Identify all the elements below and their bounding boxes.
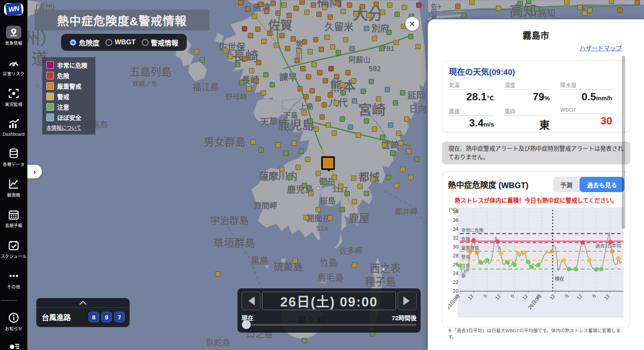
sidebar-item-Dashboard[interactable]: Dashboard <box>1 118 27 137</box>
legend-item: 厳重警戒 <box>46 82 91 90</box>
typhoon-label: 台風進路 <box>42 312 71 322</box>
legend-swatch <box>46 114 54 121</box>
legend-swatch <box>46 103 54 111</box>
mode-radio-label: WBGT <box>115 38 136 46</box>
mode-radio-警戒情報[interactable]: 警戒情報 <box>142 37 178 48</box>
sidebar-item-label: 気象情報 <box>5 40 22 46</box>
metric-value: 東 <box>504 117 549 132</box>
sidebar-item-label: 各種データ <box>3 161 25 167</box>
panel-expander-button[interactable]: › <box>27 165 42 178</box>
mode-radio-label: 警戒情報 <box>151 37 178 48</box>
wbgt-view-toggle: 予測過去も見る <box>553 177 624 192</box>
time-slider-panel: 26日(土) 09:00 現在 72時間後 <box>237 288 421 333</box>
sidebar-item-災害リスク[interactable]: 災害リスク <box>1 56 27 77</box>
sidebar-item-スケジュール[interactable]: スケジュール <box>1 239 27 259</box>
page-title: 熱中症危険度&警戒情報 <box>35 10 209 31</box>
radio-icon <box>142 39 149 46</box>
pin-icon <box>6 26 21 39</box>
monitor-icon <box>6 87 21 100</box>
time-slider-handle[interactable] <box>242 320 251 329</box>
svg-text:32: 32 <box>453 235 458 241</box>
wn-logo-mark: WN <box>5 2 22 17</box>
app-window: (済州)州）道五島列島嵯峨ノ島福江島佐世保長崎長崎野母崎諫早唐津佐賀久留米筑後川… <box>0 0 644 350</box>
legend-info-link[interactable]: 本情報について <box>46 125 81 131</box>
wbgt-toggle-過去も見る[interactable]: 過去も見る <box>580 177 624 192</box>
weather-metric-気温: 気温28.1℃ <box>449 81 494 103</box>
typhoon-number-badge[interactable]: 7 <box>114 312 125 322</box>
sidebar-item-label: Dashboard <box>3 132 25 137</box>
selected-station-marker[interactable] <box>321 156 335 170</box>
legend-label: 厳重警戒 <box>57 82 81 90</box>
legend-item: 非常に危険 <box>46 61 91 69</box>
legend-swatch <box>46 61 54 69</box>
sidebar-item-label: その他 <box>7 284 20 290</box>
metric-unit: m/s <box>484 121 494 128</box>
radio-icon <box>70 39 76 46</box>
current-weather-card: 現在の天気(09:40) 気温28.1℃湿度79%降水量0.5mm/h風速3.4… <box>442 60 630 132</box>
svg-text:非常に危険: 非常に危険 <box>461 228 483 233</box>
legend-item: 警戒 <box>46 92 91 101</box>
legend-item: 注意 <box>46 103 91 111</box>
city-title: 霧島市 <box>428 28 644 41</box>
panel-close-button[interactable]: ✕ <box>405 17 419 31</box>
svg-text:過去3日平均: 過去3日平均 <box>595 244 621 249</box>
metric-unit: ℃ <box>487 95 494 101</box>
gauge-icon <box>6 56 21 69</box>
weather-metric-風速: 風速3.4m/s <box>449 107 494 132</box>
mode-radio-WBGT[interactable]: WBGT <box>105 38 136 46</box>
legend-item: 危険 <box>46 71 91 80</box>
info-icon <box>6 311 21 324</box>
sidebar-item-label: 災害リスク <box>3 70 25 77</box>
left-arrow-icon <box>244 296 255 305</box>
right-arrow-icon <box>403 296 414 305</box>
sidebar-divider <box>1 300 17 301</box>
svg-text:20: 20 <box>453 288 458 294</box>
weather-metric-降水量: 降水量0.5mm/h <box>560 81 612 103</box>
legend-label: ほぼ安全 <box>57 113 81 122</box>
panel-scrollbar[interactable] <box>622 56 625 229</box>
sidebar-item-label: お知らせ <box>5 325 22 331</box>
mode-radio-label: 危険度 <box>79 37 99 48</box>
sidebar-item-長期予報[interactable]: 長期予報 <box>1 208 27 228</box>
typhoon-collapse-button[interactable] <box>36 298 130 308</box>
database-icon <box>6 147 21 160</box>
sidebar-item-観測機[interactable]: 観測機 <box>1 178 27 198</box>
time-slider-track[interactable] <box>242 324 417 326</box>
metric-label: WBGT <box>560 107 612 114</box>
city-detail-panel: 霧島市 ハザードマップ 現在の天気(09:40) 気温28.1℃湿度79%降水量… <box>428 19 644 350</box>
typhoon-number-badge[interactable]: 9 <box>101 312 112 322</box>
weathernews-logo[interactable]: WN <box>4 3 23 15</box>
wbgt-toggle-予測[interactable]: 予測 <box>553 177 580 192</box>
sidebar-item-その他[interactable]: その他 <box>1 269 27 290</box>
sidebar-item-各種データ[interactable]: 各種データ <box>1 147 27 167</box>
svg-text:36: 36 <box>453 217 458 223</box>
sidebar-item-label: 実況監視 <box>5 101 22 107</box>
wbgt-warning-text: 熱ストレスが体内に蓄積！今日も熱中症に警戒してください。 <box>448 196 624 204</box>
weather-metric-湿度: 湿度79% <box>504 81 549 103</box>
typhoon-track-panel: 台風進路 897 <box>36 298 130 327</box>
metric-unit: % <box>544 95 549 101</box>
legend-swatch <box>46 93 54 100</box>
account-icon <box>6 342 21 350</box>
svg-text:30: 30 <box>453 244 458 250</box>
metric-value: 0.5mm/h <box>560 91 612 103</box>
current-weather-title: 現在の天気(09:40) <box>449 66 623 77</box>
wbgt-footnote: ※「過去3日平均」は日最大WBGTの平均値です。体内の熱ストレス蓄積に影響します… <box>448 327 624 340</box>
sidebar-footer-お知らせ[interactable]: お知らせ <box>1 311 27 331</box>
hazard-map-link[interactable]: ハザードマップ <box>580 43 622 52</box>
time-step-back-button[interactable] <box>242 292 260 310</box>
metric-label: 降水量 <box>560 81 612 90</box>
legend-label: 危険 <box>57 71 69 80</box>
svg-text:38: 38 <box>453 209 458 214</box>
sidebar-item-実況監視[interactable]: 実況監視 <box>1 87 27 107</box>
typhoon-number-badge[interactable]: 8 <box>89 312 99 322</box>
sidebar-item-気象情報[interactable]: 気象情報 <box>1 26 27 46</box>
weather-metric-WBGT: WBGT30 <box>560 107 612 132</box>
time-step-forward-button[interactable] <box>398 292 417 310</box>
legend-item: ほぼ安全 <box>46 113 91 122</box>
legend-label: 注意 <box>57 103 69 111</box>
mode-radio-危険度[interactable]: 危険度 <box>70 37 99 48</box>
sidebar-footer-account[interactable] <box>1 342 27 350</box>
wbgt-chart-card: 熱中症危険度 (WBGT) 予測過去も見る 熱ストレスが体内に蓄積！今日も熱中症… <box>442 172 630 327</box>
weather-metric-風向: 風向東 <box>504 107 549 132</box>
